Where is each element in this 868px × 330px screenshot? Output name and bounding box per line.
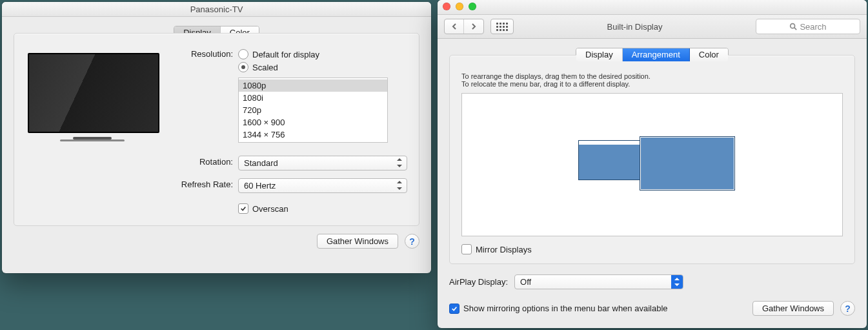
resolution-listbox[interactable]: 1080p 1080i 720p 1600 × 900 1344 × 756	[238, 77, 388, 143]
window-title: Built-in Display	[607, 22, 663, 32]
overscan-checkbox[interactable]: Overscan	[238, 203, 407, 214]
arrangement-hint: To relocate the menu bar, drag it to a d…	[461, 80, 843, 88]
show-mirroring-label: Show mirroring options in the menu bar w…	[463, 304, 668, 313]
search-placeholder: Search	[800, 22, 826, 32]
refresh-label: Refresh Rate:	[174, 173, 238, 189]
gather-windows-button[interactable]: Gather Windows	[752, 301, 834, 316]
resolution-option[interactable]: 1080i	[239, 92, 387, 104]
display-rect-primary[interactable]	[640, 136, 735, 191]
traffic-lights[interactable]	[443, 3, 476, 10]
window-builtin-display: Built-in Display Search Display Arrangem…	[438, 0, 867, 328]
titlebar[interactable]: Panasonic-TV	[2, 2, 431, 17]
minimize-icon[interactable]	[456, 3, 463, 10]
display-rect-secondary[interactable]	[578, 140, 641, 180]
resolution-option[interactable]: 1080p	[239, 79, 387, 92]
search-icon	[789, 23, 797, 30]
rotation-label: Rotation:	[174, 145, 238, 167]
svg-point-0	[791, 24, 795, 28]
nav-back-forward[interactable]	[444, 19, 484, 34]
tabs: Display Arrangement Color	[576, 48, 729, 62]
tab-display[interactable]: Display	[576, 48, 623, 61]
show-all-button[interactable]	[490, 19, 514, 34]
mirror-displays-checkbox[interactable]: Mirror Displays	[461, 244, 843, 254]
radio-label: Scaled	[252, 63, 278, 72]
mirror-label: Mirror Displays	[476, 245, 532, 254]
window-title: Panasonic-TV	[190, 5, 243, 14]
overscan-label: Overscan	[252, 204, 288, 214]
display-thumbnail	[26, 49, 158, 214]
menu-bar-indicator[interactable]	[579, 141, 640, 145]
resolution-option[interactable]: 1344 × 756	[239, 129, 387, 141]
rotation-popup[interactable]: Standard	[238, 156, 407, 170]
show-mirroring-checkbox[interactable]: Show mirroring options in the menu bar w…	[449, 304, 668, 314]
refresh-value: 60 Hertz	[244, 181, 276, 191]
titlebar[interactable]	[438, 0, 867, 15]
tab-arrangement[interactable]: Arrangement	[623, 48, 690, 61]
airplay-label: AirPlay Display:	[449, 277, 508, 287]
airplay-popup[interactable]: Off	[514, 274, 683, 289]
window-panasonic-tv: Panasonic-TV Display Color	[2, 2, 431, 273]
resolution-scaled-radio[interactable]: Scaled	[238, 62, 407, 72]
airplay-value: Off	[520, 277, 531, 287]
back-button[interactable]	[445, 19, 464, 34]
refresh-popup[interactable]: 60 Hertz	[238, 178, 407, 193]
arrangement-canvas[interactable]	[461, 93, 843, 236]
help-button[interactable]: ?	[405, 234, 419, 249]
help-button[interactable]: ?	[840, 301, 855, 316]
zoom-icon[interactable]	[469, 3, 476, 10]
forward-button[interactable]	[464, 19, 483, 34]
grid-icon	[496, 23, 508, 31]
toolbar: Built-in Display Search	[438, 15, 867, 39]
gather-windows-button[interactable]: Gather Windows	[317, 234, 398, 249]
resolution-option[interactable]: 1600 × 900	[239, 116, 387, 129]
arrangement-hint: To rearrange the displays, drag them to …	[461, 72, 843, 80]
radio-label: Default for display	[252, 50, 319, 59]
resolution-label: Resolution:	[174, 49, 238, 59]
resolution-option[interactable]: 720p	[239, 104, 387, 116]
tab-color[interactable]: Color	[690, 48, 728, 61]
rotation-value: Standard	[244, 158, 278, 168]
resolution-default-radio[interactable]: Default for display	[238, 49, 407, 59]
search-input[interactable]: Search	[756, 19, 860, 34]
close-icon[interactable]	[443, 3, 450, 10]
